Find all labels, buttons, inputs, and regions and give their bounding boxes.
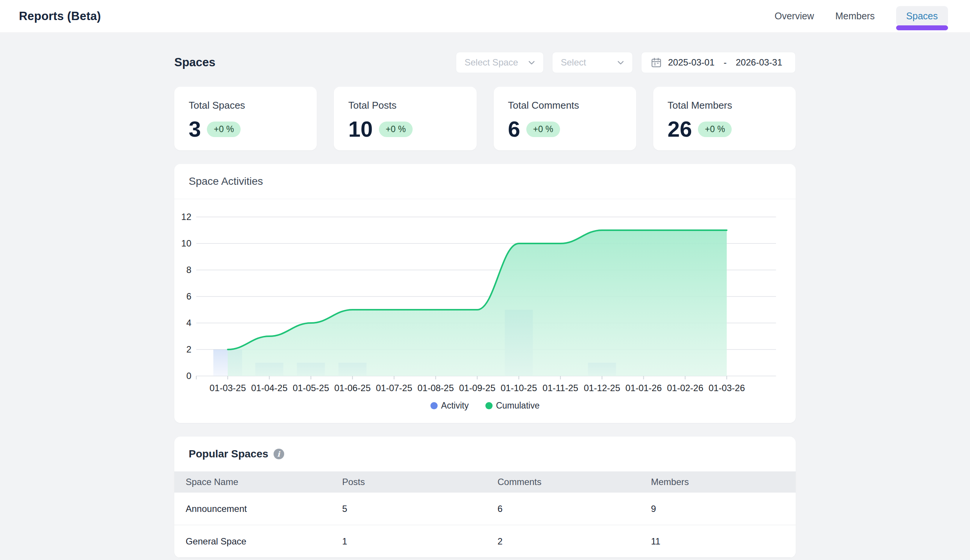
svg-text:01-02-26: 01-02-26 [667, 383, 703, 393]
cell-space-name: Announcement [174, 503, 342, 514]
stat-delta-badge: +0 % [526, 122, 560, 137]
stat-card-total-comments: Total Comments 6 +0 % [494, 87, 636, 150]
space-activities-card: Space Activities 02468101201-03-2501-04-… [174, 164, 796, 423]
svg-text:2: 2 [187, 344, 191, 354]
svg-text:01-06-25: 01-06-25 [334, 383, 371, 393]
tab-overview[interactable]: Overview [775, 11, 814, 22]
active-tab-underline [896, 25, 948, 30]
svg-text:10: 10 [181, 238, 191, 248]
chart-title: Space Activities [174, 164, 796, 199]
cell-value: 6 [498, 503, 651, 514]
legend-label: Cumulative [496, 401, 539, 411]
select-period-dropdown[interactable]: Select [552, 52, 633, 73]
activity-chart-canvas: 02468101201-03-2501-04-2501-05-2501-06-2… [174, 211, 795, 398]
stat-value: 10 [348, 118, 373, 140]
calendar-icon [651, 57, 662, 68]
chart-legend: Activity Cumulative [174, 401, 796, 411]
table-body: Announcement569General Space1211 [174, 493, 796, 558]
select-period-placeholder: Select [561, 57, 586, 68]
date-range-end: 2026-03-31 [736, 57, 783, 68]
stat-label: Total Spaces [189, 100, 302, 111]
legend-label: Activity [441, 401, 469, 411]
svg-text:01-03-26: 01-03-26 [709, 383, 745, 393]
stat-value: 3 [189, 118, 201, 140]
tab-spaces[interactable]: Spaces [896, 6, 948, 26]
column-header-comments: Comments [498, 477, 651, 487]
cumulative-series-dot [485, 402, 493, 409]
stat-delta-badge: +0 % [698, 122, 732, 137]
svg-text:01-01-26: 01-01-26 [625, 383, 661, 393]
date-range-start: 2025-03-01 [668, 57, 715, 68]
chevron-down-icon [616, 58, 626, 67]
tab-spaces-label: Spaces [907, 11, 938, 21]
svg-text:4: 4 [187, 318, 191, 328]
legend-item-cumulative[interactable]: Cumulative [485, 401, 539, 411]
select-space-placeholder: Select Space [464, 57, 518, 68]
activity-chart: 02468101201-03-2501-04-2501-05-2501-06-2… [174, 211, 796, 411]
svg-text:01-11-25: 01-11-25 [543, 383, 578, 393]
main-content: Spaces Select Space Select [0, 33, 970, 558]
table-row: Announcement569 [174, 493, 796, 525]
chevron-down-icon [527, 58, 536, 67]
stat-label: Total Comments [508, 100, 622, 111]
stat-card-total-spaces: Total Spaces 3 +0 % [174, 87, 317, 150]
date-range-separator: - [724, 57, 727, 68]
cell-value: 1 [342, 536, 498, 547]
svg-text:01-08-25: 01-08-25 [417, 383, 454, 393]
date-range-picker[interactable]: 2025-03-01 - 2026-03-31 [641, 52, 796, 73]
page-header: Spaces Select Space Select [174, 52, 796, 73]
cell-value: 11 [651, 536, 796, 547]
svg-text:12: 12 [181, 212, 191, 222]
svg-text:8: 8 [187, 265, 191, 275]
svg-text:0: 0 [187, 371, 191, 381]
table-header-row: Space Name Posts Comments Members [174, 472, 796, 493]
stat-card-total-members: Total Members 26 +0 % [653, 87, 796, 150]
svg-text:01-05-25: 01-05-25 [292, 383, 329, 393]
legend-item-activity[interactable]: Activity [431, 401, 469, 411]
svg-text:01-09-25: 01-09-25 [459, 383, 495, 393]
column-header-members: Members [651, 477, 796, 487]
svg-text:01-10-25: 01-10-25 [501, 383, 537, 393]
stat-value: 26 [668, 118, 692, 140]
cell-value: 9 [651, 503, 796, 514]
cell-value: 5 [342, 503, 498, 514]
popular-spaces-card: Popular Spaces i Space Name Posts Commen… [174, 437, 796, 558]
svg-text:6: 6 [187, 291, 191, 302]
stat-delta-badge: +0 % [207, 122, 240, 137]
popular-spaces-header: Popular Spaces i [174, 437, 796, 472]
cell-value: 2 [498, 536, 651, 547]
tab-members[interactable]: Members [835, 11, 875, 22]
stat-label: Total Members [668, 100, 781, 111]
filters: Select Space Select [456, 52, 796, 73]
stat-card-total-posts: Total Posts 10 +0 % [334, 87, 476, 150]
cell-space-name: General Space [174, 536, 342, 547]
column-header-space-name: Space Name [174, 477, 342, 487]
page-title: Reports (Beta) [19, 10, 101, 23]
column-header-posts: Posts [342, 477, 498, 487]
nav-tabs: Overview Members Spaces [775, 6, 948, 26]
popular-spaces-title: Popular Spaces [189, 448, 268, 460]
svg-text:01-07-25: 01-07-25 [376, 383, 412, 393]
stats-row: Total Spaces 3 +0 % Total Posts 10 +0 % … [174, 87, 796, 150]
section-heading: Spaces [174, 56, 215, 69]
info-icon[interactable]: i [274, 449, 284, 459]
table-row: General Space1211 [174, 525, 796, 558]
select-space-dropdown[interactable]: Select Space [456, 52, 544, 73]
top-navbar: Reports (Beta) Overview Members Spaces [0, 0, 970, 33]
activity-series-dot [431, 402, 437, 409]
stat-value: 6 [508, 118, 520, 140]
svg-text:01-04-25: 01-04-25 [251, 383, 287, 393]
svg-text:01-03-25: 01-03-25 [210, 383, 246, 393]
stat-label: Total Posts [348, 100, 462, 111]
stat-delta-badge: +0 % [379, 122, 412, 137]
svg-text:01-12-25: 01-12-25 [584, 383, 620, 393]
